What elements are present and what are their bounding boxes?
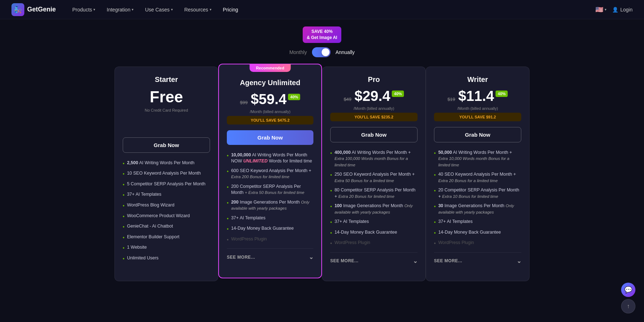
list-item: •14-Day Money Back Guarantee xyxy=(434,229,521,237)
bullet-icon: • xyxy=(123,192,125,199)
plan-price-starter: Free xyxy=(150,88,183,106)
plan-card-pro: Pro $49 $29.4 40% /Month (billed annuall… xyxy=(322,67,426,281)
bullet-icon: • xyxy=(330,203,332,210)
list-item: •400,000 AI Writing Words Per Month + Ex… xyxy=(330,150,418,169)
plan-price-agency: $59.4 xyxy=(251,91,287,107)
bullet-icon: • xyxy=(227,226,229,233)
nav-links: Products ▾ Integration ▾ Use Cases ▾ Res… xyxy=(67,5,595,15)
brand-name: GetGenie xyxy=(27,6,56,13)
chevron-down-icon: ▾ xyxy=(93,8,95,11)
monthly-label: Monthly xyxy=(289,49,307,55)
nav-item-resources[interactable]: Resources ▾ xyxy=(179,5,216,15)
chat-button[interactable]: 💬 xyxy=(621,283,635,297)
list-item: •40 SEO Keyword Analysis Per Month + Ext… xyxy=(434,171,521,184)
plan-original-price-agency: $99 xyxy=(240,100,248,105)
list-item: •600 SEO Keyword Analysis Per Month + Ex… xyxy=(227,168,313,180)
bullet-icon: • xyxy=(123,245,125,252)
see-more-pro[interactable]: SEE MORE... ⌄ xyxy=(330,252,418,266)
plan-save-writer: YOU'LL SAVE $91.2 xyxy=(434,113,521,121)
bullet-icon: • xyxy=(434,230,436,237)
bullet-icon: • xyxy=(227,215,229,223)
plan-price-area-writer: $19 $11.4 40% xyxy=(434,88,521,104)
discount-badge-pro: 40% xyxy=(392,91,404,97)
billing-toggle-switch[interactable] xyxy=(312,47,331,57)
annually-label: Annually xyxy=(336,49,355,55)
plan-billing-pro: /Month (billed annually) xyxy=(330,106,418,111)
list-item: •WordPress Plugin xyxy=(434,240,521,247)
billing-toggle-row: Monthly Annually xyxy=(289,47,355,57)
plan-original-price-pro: $49 xyxy=(344,97,352,102)
plan-card-agency: Recommended Agency Unlimited $99 $59.4 4… xyxy=(218,64,322,278)
chevron-down-icon: ▾ xyxy=(605,8,606,11)
list-item: •20 Competitor SERP Analysis Per Month +… xyxy=(434,187,521,200)
recommended-badge: Recommended xyxy=(250,64,291,72)
list-item: •37+ AI Templates xyxy=(227,215,313,223)
list-item: •WordPress Plugin xyxy=(330,240,418,247)
bullet-icon: • xyxy=(434,203,436,210)
list-item: •80 Competitor SERP Analysis Per Month +… xyxy=(330,187,418,200)
bullet-icon: • xyxy=(434,187,436,195)
nav-item-usecases[interactable]: Use Cases ▾ xyxy=(140,5,177,15)
nav-item-products[interactable]: Products ▾ xyxy=(67,5,100,15)
plans-container: Starter Free No Credit Card Required Gra… xyxy=(0,61,644,288)
bullet-icon: • xyxy=(227,184,229,191)
bullet-icon: • xyxy=(434,240,436,247)
grab-button-agency[interactable]: Grab Now xyxy=(227,130,313,145)
bullet-icon: • xyxy=(434,172,436,179)
list-item: •GenieChat - Ai Chatbot xyxy=(123,223,210,231)
plan-name-pro: Pro xyxy=(330,75,418,84)
plan-billing-writer: /Month (billed annually) xyxy=(434,106,521,111)
bullet-icon: • xyxy=(123,203,125,210)
list-item: •14-Day Money Back Guarantee xyxy=(227,225,313,233)
bullet-icon: • xyxy=(227,168,229,175)
logo[interactable]: 🧞 GetGenie xyxy=(11,3,56,16)
chevron-down-icon: ▾ xyxy=(210,8,211,11)
bullet-icon: • xyxy=(434,150,436,157)
toggle-knob xyxy=(322,48,330,56)
language-selector[interactable]: 🇺🇸 ▾ xyxy=(595,6,606,14)
plan-billing-agency: /Month (billed annually) xyxy=(227,109,313,114)
nav-right: 🇺🇸 ▾ 👤 Login xyxy=(595,6,633,14)
login-button[interactable]: 👤 Login xyxy=(612,7,633,13)
plan-no-card-starter: No Credit Card Required xyxy=(123,108,210,112)
list-item: •100 Image Generations Per Month Only av… xyxy=(330,203,418,215)
bullet-icon: • xyxy=(123,181,125,189)
plan-price-area-agency: $99 $59.4 40% xyxy=(227,91,313,107)
nav-item-pricing[interactable]: Pricing xyxy=(218,5,243,15)
plan-original-price-writer: $19 xyxy=(448,97,455,102)
list-item: •14-Day Money Back Guarantee xyxy=(330,229,418,237)
see-more-writer[interactable]: SEE MORE... ⌄ xyxy=(434,252,521,266)
list-item: •10 SEO Keyword Analysis Per Month xyxy=(123,170,210,178)
list-item: •WooCommerce Product Wizard xyxy=(123,213,210,220)
bullet-icon: • xyxy=(123,224,125,231)
bullet-icon: • xyxy=(227,152,229,160)
grab-button-pro[interactable]: Grab Now xyxy=(330,127,418,142)
bullet-icon: • xyxy=(123,255,125,263)
grab-button-writer[interactable]: Grab Now xyxy=(434,127,521,142)
bullet-icon: • xyxy=(330,150,332,157)
list-item: •250 SEO Keyword Analysis Per Month + Ex… xyxy=(330,171,418,184)
list-item: •37+ AI Templates xyxy=(123,191,210,199)
plan-name-writer: Writer xyxy=(434,75,521,84)
bullet-icon: • xyxy=(434,219,436,226)
plan-save-agency: YOU'LL SAVE $475.2 xyxy=(227,116,313,125)
discount-badge-agency: 40% xyxy=(288,94,300,100)
plan-name-agency: Agency Unlimited xyxy=(227,79,313,87)
chevron-down-icon: ▾ xyxy=(132,8,133,11)
save-badge: SAVE 40% & Get Image AI xyxy=(303,26,342,43)
features-list-pro: •400,000 AI Writing Words Per Month + Ex… xyxy=(330,150,418,247)
scroll-top-button[interactable]: ↑ xyxy=(621,299,635,313)
features-list-agency: •10,00,000 AI Writing Words Per Month NO… xyxy=(227,152,313,244)
bullet-icon: • xyxy=(123,160,125,167)
chevron-down-icon: ⌄ xyxy=(413,258,418,264)
bullet-icon: • xyxy=(123,234,125,241)
grab-button-starter[interactable]: Grab Now xyxy=(123,137,210,153)
see-more-agency[interactable]: SEE MORE... ⌄ xyxy=(227,248,313,262)
plan-save-pro: YOU'LL SAVE $235.2 xyxy=(330,113,418,121)
bullet-icon: • xyxy=(227,236,229,244)
nav-item-integration[interactable]: Integration ▾ xyxy=(102,5,138,15)
list-item: •200 Competitor SERP Analysis Per Month … xyxy=(227,184,313,196)
logo-icon: 🧞 xyxy=(11,3,24,16)
list-item: •5 Competitor SERP Analysis Per Month xyxy=(123,181,210,189)
list-item: •WordPress Plugin xyxy=(227,236,313,244)
